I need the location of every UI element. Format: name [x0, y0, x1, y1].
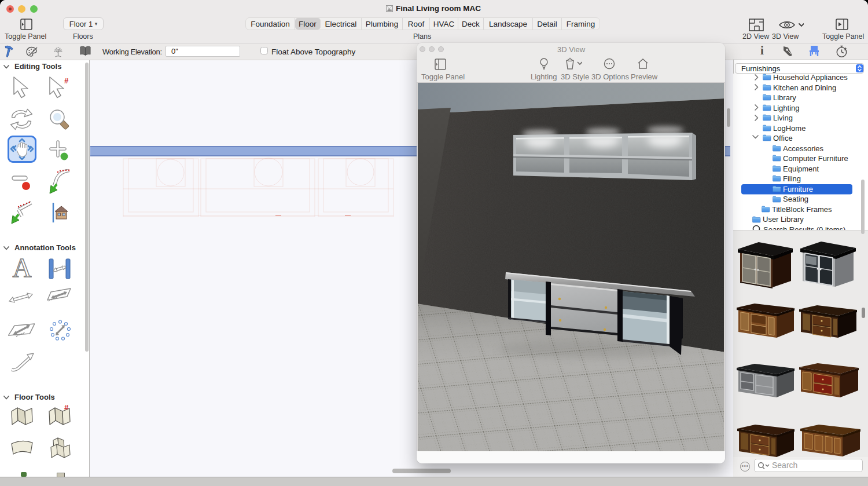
svg-text:A: A: [12, 257, 31, 280]
svg-text:#: #: [64, 404, 69, 412]
svg-text:#: #: [64, 76, 69, 85]
